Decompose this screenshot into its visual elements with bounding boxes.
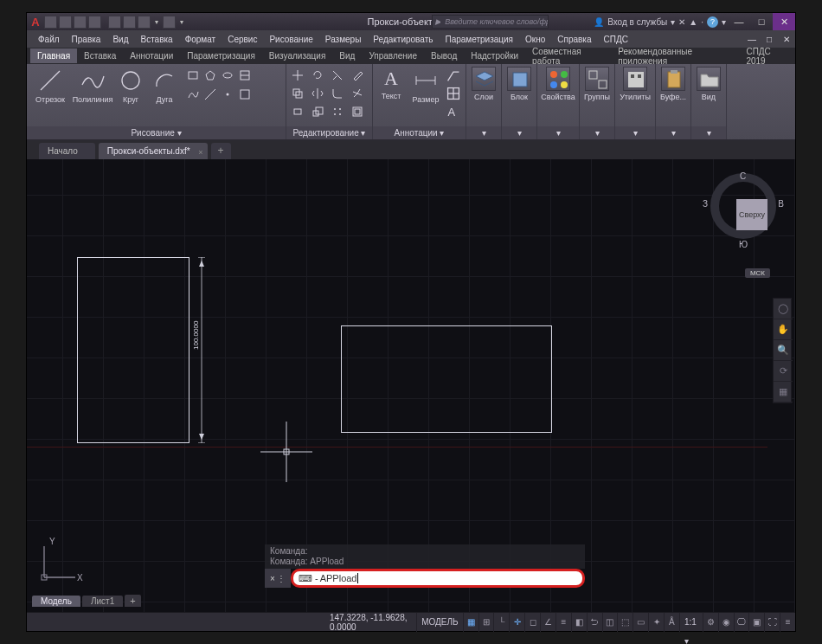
status-cycling-icon[interactable]: ⮌ <box>587 613 602 632</box>
menu-dimension[interactable]: Размеры <box>319 35 368 44</box>
menu-insert[interactable]: Вставка <box>134 35 178 44</box>
polyline-button[interactable]: Полилиния <box>73 68 112 104</box>
signin-link[interactable]: Вход в службы <box>607 17 667 27</box>
maximize-button[interactable]: □ <box>750 13 773 30</box>
panel-properties-arrow[interactable]: ▾ <box>537 126 579 139</box>
qat-plot-icon[interactable] <box>108 16 121 29</box>
mtext-icon[interactable]: A <box>446 104 461 119</box>
status-isolate-icon[interactable]: ▣ <box>748 613 764 632</box>
panel-modify-title[interactable]: Редактирование ▾ <box>286 126 372 139</box>
block-button[interactable]: Блок <box>502 64 536 104</box>
doc-tab-new[interactable]: + <box>211 143 231 159</box>
viewcube-south[interactable]: Ю <box>739 240 748 249</box>
qat-redo-icon[interactable] <box>138 16 151 29</box>
nav-zoom-icon[interactable]: 🔍 <box>774 340 793 361</box>
status-gizmo-icon[interactable]: ✦ <box>648 613 664 632</box>
viewcube-west[interactable]: З <box>703 199 708 209</box>
ellipse-icon[interactable] <box>220 68 235 83</box>
mdi-minimize-button[interactable]: — <box>743 35 761 44</box>
command-close-icon[interactable]: × <box>270 574 275 583</box>
utilities-button[interactable]: Утилиты <box>615 64 655 104</box>
command-grip-icon[interactable]: ⋮ <box>277 574 286 583</box>
tab-home[interactable]: Главная <box>30 48 77 63</box>
tab-insert[interactable]: Вставка <box>77 48 123 63</box>
xline-icon[interactable] <box>202 87 218 102</box>
drawing-canvas[interactable]: 100.0000 Y X Сверху С Ю В З МСК <box>27 159 795 612</box>
qat-save-icon[interactable] <box>74 16 87 29</box>
rotate-icon[interactable] <box>310 68 325 83</box>
move-icon[interactable] <box>290 68 305 83</box>
clipboard-button[interactable]: Буфе... <box>656 64 690 104</box>
point-icon[interactable] <box>220 87 235 102</box>
view-button[interactable]: Вид <box>691 64 726 104</box>
status-annoscale-icon[interactable]: Å <box>664 613 679 632</box>
region-icon[interactable] <box>237 87 253 102</box>
status-gear-icon[interactable]: ⚙ <box>703 613 718 632</box>
qat-dropdown-icon[interactable]: ▾ <box>152 18 161 26</box>
coordinate-system-label[interactable]: МСК <box>745 268 770 278</box>
copy-icon[interactable] <box>290 86 305 101</box>
scale-icon[interactable] <box>310 104 325 119</box>
menu-modify[interactable]: Редактировать <box>367 35 439 44</box>
close-button[interactable]: ✕ <box>773 13 795 30</box>
dimension-button[interactable]: Размер <box>408 68 443 119</box>
menu-file[interactable]: Файл <box>32 35 66 44</box>
status-clean-icon[interactable]: ⛶ <box>764 613 780 632</box>
stretch-icon[interactable] <box>290 104 305 119</box>
menu-tools[interactable]: Сервис <box>222 35 263 44</box>
mdi-close-button[interactable]: ✕ <box>778 35 795 44</box>
panel-groups-arrow[interactable]: ▾ <box>580 126 614 139</box>
arc-button[interactable]: Дуга <box>149 68 180 104</box>
status-dynucs-icon[interactable]: ⬚ <box>617 613 633 632</box>
trim-icon[interactable] <box>330 68 345 83</box>
drawing-rect-2[interactable] <box>341 325 552 433</box>
panel-layers-arrow[interactable]: ▾ <box>466 126 501 139</box>
polygon-icon[interactable] <box>202 68 218 83</box>
doc-tab-current[interactable]: Прокси-объекты.dxf*× <box>99 143 208 159</box>
qat-open-icon[interactable] <box>59 16 72 29</box>
explode-icon[interactable] <box>350 86 365 101</box>
circle-button[interactable]: Круг <box>115 68 146 104</box>
viewcube-east[interactable]: В <box>778 199 784 209</box>
nav-wheel-icon[interactable]: ◯ <box>774 299 793 319</box>
tab-parametric[interactable]: Параметризация <box>180 48 262 63</box>
minimize-button[interactable]: — <box>728 13 750 30</box>
properties-button[interactable]: Свойства <box>537 64 579 104</box>
menu-parametric[interactable]: Параметризация <box>439 35 519 44</box>
panel-view-arrow[interactable]: ▾ <box>691 126 726 139</box>
tab-output[interactable]: Вывод <box>424 48 464 63</box>
status-monitor-icon[interactable]: 🖵 <box>734 613 749 632</box>
status-dyn-icon[interactable]: ∠ <box>540 613 555 632</box>
viewcube-face[interactable]: Сверху <box>736 199 767 230</box>
tab-addins[interactable]: Надстройки <box>464 48 525 63</box>
nav-showmotion-icon[interactable]: ▦ <box>774 382 793 402</box>
tab-manage[interactable]: Управление <box>362 48 424 63</box>
status-lineweight-icon[interactable]: ≡ <box>555 613 571 632</box>
tab-view[interactable]: Вид <box>332 48 362 63</box>
tab-layout1[interactable]: Лист1 <box>82 596 123 607</box>
mdi-restore-button[interactable]: □ <box>761 35 778 44</box>
hatch-icon[interactable] <box>237 68 253 83</box>
tab-annotate[interactable]: Аннотации <box>123 48 180 63</box>
status-model-label[interactable]: МОДЕЛЬ <box>416 613 462 632</box>
command-line[interactable]: ⌨- APPload <box>291 569 585 588</box>
status-polar-icon[interactable]: ✛ <box>509 613 524 632</box>
status-snap-icon[interactable]: ⊞ <box>478 613 494 632</box>
status-osnap-icon[interactable]: ◻ <box>524 613 540 632</box>
viewcube-north[interactable]: С <box>740 171 746 181</box>
a360-icon[interactable]: ▲ <box>689 17 697 27</box>
erase-icon[interactable] <box>350 68 365 83</box>
menu-view[interactable]: Вид <box>106 35 134 44</box>
rectangle-icon[interactable] <box>185 68 201 83</box>
menu-draw[interactable]: Рисование <box>263 35 318 44</box>
command-handle[interactable]: ×⋮ <box>265 569 291 588</box>
drawing-rect-1[interactable] <box>77 257 189 443</box>
qat-saveas-icon[interactable] <box>88 16 101 29</box>
panel-utilities-arrow[interactable]: ▾ <box>615 126 655 139</box>
spline-icon[interactable] <box>185 87 201 102</box>
search-box[interactable]: ▶Введите ключевое слово/фразу <box>432 15 549 29</box>
table-icon[interactable] <box>446 86 461 101</box>
status-scale[interactable]: 1:1 ▾ <box>679 613 703 632</box>
status-3dosnap-icon[interactable]: ◫ <box>602 613 618 632</box>
offset-icon[interactable] <box>350 104 365 119</box>
